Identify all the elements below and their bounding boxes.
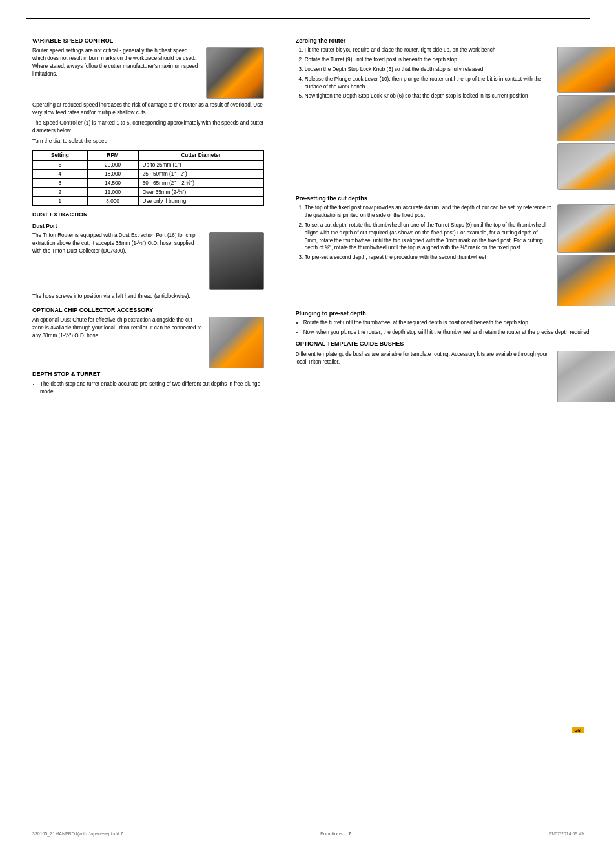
table-cell: 11,000 — [87, 188, 138, 197]
zeroing-images — [557, 47, 615, 190]
presetting-images — [557, 204, 615, 306]
zeroing-img-3 — [557, 143, 615, 190]
vsc-para4: Turn the dial to select the speed. — [32, 138, 264, 145]
presetting-img-2 — [557, 255, 615, 306]
table-cell: 50 - 65mm (2" – 2-½") — [138, 179, 263, 188]
table-cell: Use only if burning — [138, 197, 263, 206]
footer-date: 21/07/2014 09:49 — [549, 831, 584, 836]
col-setting: Setting — [33, 151, 88, 161]
table-cell: 25 - 50mm (1" - 2") — [138, 170, 263, 179]
chip-heading: OPTIONAL CHIP COLLECTOR ACCESSORY — [32, 307, 264, 313]
table-cell: 2 — [33, 188, 88, 197]
zeroing-heading: Zeroing the router — [296, 37, 615, 44]
dust-image — [209, 232, 264, 290]
zeroing-step-3: Loosen the Depth Stop Lock Knob (6) so t… — [305, 66, 552, 74]
dust-section: DUST EXTRACTION Dust Port The Triton Rou… — [32, 211, 264, 300]
footer-center: Functions 7 — [320, 831, 351, 837]
zeroing-steps: Fit the router bit you require and place… — [296, 47, 552, 100]
table-cell: 1 — [33, 197, 88, 206]
zeroing-img-2 — [557, 95, 615, 141]
table-cell: 3 — [33, 179, 88, 188]
zeroing-step-4: Release the Plunge Lock Lever (10), then… — [305, 76, 552, 91]
plunging-bullets: Rotate the turret until the thumbwheel a… — [296, 319, 615, 337]
template-image — [557, 351, 615, 402]
template-para: Different template guide bushes are avai… — [296, 351, 552, 366]
dust-heading: DUST EXTRACTION — [32, 211, 264, 218]
zeroing-step-1: Fit the router bit you require and place… — [305, 47, 552, 54]
zeroing-section: Zeroing the router Fit the router bit yo… — [296, 37, 615, 190]
chip-image — [209, 317, 264, 368]
vsc-para3: The Speed Controller (1) is marked 1 to … — [32, 120, 264, 135]
plunging-bullet-1: Rotate the turret until the thumbwheel a… — [303, 319, 615, 327]
table-cell: 20,000 — [87, 161, 138, 170]
template-section: OPTIONAL TEMPLATE GUIDE BUSHES Different… — [296, 340, 615, 402]
table-cell: 4 — [33, 170, 88, 179]
vsc-para2: Operating at reduced speed increases the… — [32, 101, 264, 117]
depth-stop-heading: DEPTH STOP & TURRET — [32, 371, 264, 377]
presetting-section: Pre-setting the cut depths The top of th… — [296, 195, 615, 306]
vsc-image — [206, 47, 264, 99]
footer: 330165_Z1MANPRO1(with Japanese).indd 7 F… — [32, 831, 584, 837]
plunging-heading: Plunging to pre-set depth — [296, 310, 615, 317]
vsc-para1: Router speed settings are not critical -… — [32, 47, 201, 78]
variable-speed-section: VARIABLE SPEED CONTROL Router speed sett… — [32, 37, 264, 206]
depth-stop-item: The depth stop and turret enable accurat… — [40, 380, 264, 396]
chip-collector-section: OPTIONAL CHIP COLLECTOR ACCESSORY An opt… — [32, 307, 264, 368]
footer-left: 330165_Z1MANPRO1(with Japanese).indd 7 — [32, 831, 123, 836]
presetting-steps: The top of the fixed post now provides a… — [296, 204, 552, 262]
depth-stop-list: The depth stop and turret enable accurat… — [32, 380, 264, 396]
hose-para: The hose screws into position via a left… — [32, 293, 264, 300]
chip-para: An optional Dust Chute for effective chi… — [32, 317, 204, 340]
table-cell: 14,500 — [87, 179, 138, 188]
plunging-bullet-2: Now, when you plunge the router, the dep… — [303, 329, 615, 337]
presetting-heading: Pre-setting the cut depths — [296, 195, 615, 202]
zeroing-step-2: Rotate the Turret (9) until the fixed po… — [305, 56, 552, 64]
presetting-step-3: To pre-set a second depth, repeat the pr… — [305, 254, 552, 262]
dust-port-heading: Dust Port — [32, 223, 264, 229]
table-cell: 5 — [33, 161, 88, 170]
template-heading: OPTIONAL TEMPLATE GUIDE BUSHES — [296, 340, 615, 347]
table-cell: Up to 25mm (1") — [138, 161, 263, 170]
left-column: VARIABLE SPEED CONTROL Router speed sett… — [32, 37, 264, 402]
table-cell: 8,000 — [87, 197, 138, 206]
depth-stop-section: DEPTH STOP & TURRET The depth stop and t… — [32, 371, 264, 396]
variable-speed-heading: VARIABLE SPEED CONTROL — [32, 37, 264, 44]
gb-badge: GB — [572, 727, 584, 733]
col-cutter: Cutter Diameter — [138, 151, 263, 161]
presetting-step-2: To set a cut depth, rotate the thumbwhee… — [305, 222, 552, 253]
dust-para: The Triton Router is equipped with a Dus… — [32, 232, 204, 255]
plunging-section: Plunging to pre-set depth Rotate the tur… — [296, 310, 615, 337]
table-cell: 18,000 — [87, 170, 138, 179]
presetting-step-1: The top of the fixed post now provides a… — [305, 204, 552, 220]
zeroing-step-5: Now tighten the Depth Stop Lock Knob (6)… — [305, 92, 552, 100]
column-divider — [280, 37, 280, 402]
page: VARIABLE SPEED CONTROL Router speed sett… — [0, 0, 616, 843]
col-rpm: RPM — [87, 151, 138, 161]
border-top — [26, 18, 590, 19]
presetting-img-1 — [557, 204, 615, 253]
border-bottom — [26, 817, 590, 817]
speed-table: Setting RPM Cutter Diameter 520,000Up to… — [32, 150, 264, 206]
zeroing-img-1 — [557, 47, 615, 93]
table-cell: Over 65mm (2-½") — [138, 188, 263, 197]
right-column: Zeroing the router Fit the router bit yo… — [296, 37, 615, 402]
